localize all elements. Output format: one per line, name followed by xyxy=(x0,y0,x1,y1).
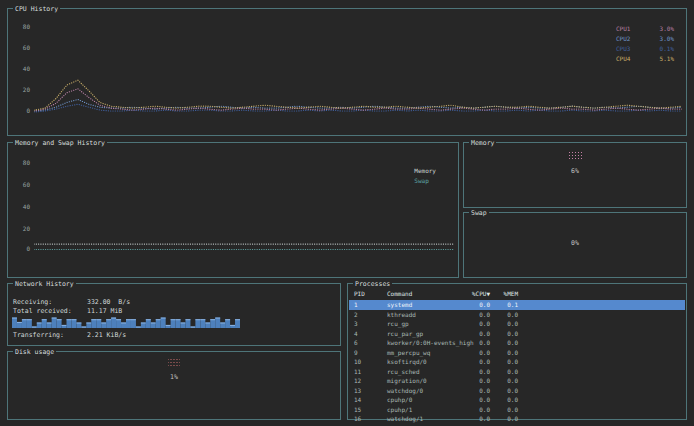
cpu-legend-value: 3.0% xyxy=(660,35,674,42)
cpu-legend-value: 5.1% xyxy=(660,55,674,62)
cpu-legend-item: CPU13.0% xyxy=(616,25,674,32)
process-mem: 0.0 xyxy=(503,357,518,367)
header-command: Command xyxy=(387,289,471,299)
swap-percent: 0% xyxy=(571,239,579,247)
process-mem: 0.0 xyxy=(503,386,518,396)
process-command: watchdog/1 xyxy=(387,414,471,424)
memswap-y-tick-0: 0 xyxy=(12,246,30,252)
cpu-legend-value: 3.0% xyxy=(660,25,674,32)
transferring-line: Transferring: 2.21 KiB/s xyxy=(13,332,126,339)
memory-swap-history-title: Memory and Swap History xyxy=(13,139,107,147)
total-received-line: Total received: 11.17 MiB xyxy=(13,308,122,315)
process-mem: 0.0 xyxy=(503,348,518,358)
process-mem: 0.0 xyxy=(503,405,518,415)
cpu-y-tick-60: 60 xyxy=(12,45,30,51)
receiving-label: Receiving: xyxy=(13,299,87,306)
process-row[interactable]: 10ksoftirqd/00.00.0 xyxy=(349,357,685,367)
process-cpu: 0.0 xyxy=(471,310,490,320)
cpu-legend: CPU13.0%CPU23.0%CPU30.1%CPU45.1% xyxy=(616,25,674,62)
process-row[interactable]: 6kworker/0:0H-events_high0.00.0 xyxy=(349,338,685,348)
cpu-legend-item: CPU30.1% xyxy=(616,45,674,52)
process-cpu: 0.0 xyxy=(471,348,490,358)
process-row[interactable]: 12migration/00.00.0 xyxy=(349,376,685,386)
process-pid: 10 xyxy=(354,357,387,367)
process-command: mm_percpu_wq xyxy=(387,348,471,358)
transferring-label: Transferring: xyxy=(13,332,87,339)
process-command: cpuhp/0 xyxy=(387,395,471,405)
memory-gauge-panel: Memory 6% xyxy=(463,142,687,208)
process-mem: 0.0 xyxy=(503,310,518,320)
process-pid: 4 xyxy=(354,329,387,339)
memory-swap-history-panel: Memory and Swap History 80 60 40 20 0 Me… xyxy=(7,142,459,278)
cpu-legend-value: 0.1% xyxy=(660,45,674,52)
process-command: rcu_par_gp xyxy=(387,329,471,339)
process-pid: 16 xyxy=(354,414,387,424)
memswap-y-tick-80: 80 xyxy=(12,160,30,166)
disk-percent: 1% xyxy=(170,373,178,381)
memory-gauge: 6% xyxy=(464,143,686,207)
process-cpu: 0.0 xyxy=(471,367,490,377)
processes-panel: Processes PID Command %CPU▼ %MEM 1system… xyxy=(347,283,687,420)
cpu-y-tick-20: 20 xyxy=(12,87,30,93)
cpu-legend-label: CPU1 xyxy=(616,25,630,32)
process-row[interactable]: 14cpuhp/00.00.0 xyxy=(349,395,685,405)
transferring-value: 2.21 KiB/s xyxy=(87,332,126,339)
header-pid: PID xyxy=(354,289,387,299)
process-command: cpuhp/1 xyxy=(387,405,471,415)
network-history-panel: Network History Receiving: 332.00 B/s To… xyxy=(7,283,341,346)
process-cpu: 0.0 xyxy=(471,395,490,405)
disk-donut-icon xyxy=(168,358,180,367)
process-cpu: 0.0 xyxy=(471,405,490,415)
memswap-y-tick-20: 20 xyxy=(12,226,30,232)
cpu-legend-label: CPU4 xyxy=(616,55,630,62)
cpu-y-tick-0: 0 xyxy=(12,108,30,114)
memory-percent: 6% xyxy=(571,167,579,175)
total-received-label: Total received: xyxy=(13,308,87,315)
process-row[interactable]: 9mm_percpu_wq0.00.0 xyxy=(349,348,685,358)
process-row[interactable]: 13watchdog/00.00.0 xyxy=(349,386,685,396)
process-pid: 2 xyxy=(354,310,387,320)
memswap-y-tick-60: 60 xyxy=(12,182,30,188)
process-pid: 1 xyxy=(354,300,387,310)
processes-title: Processes xyxy=(353,280,392,288)
memory-donut-icon xyxy=(568,151,583,160)
cpu-y-tick-40: 40 xyxy=(12,66,30,72)
process-pid: 15 xyxy=(354,405,387,415)
process-cpu: 0.0 xyxy=(471,376,490,386)
process-row[interactable]: 11rcu_sched0.00.0 xyxy=(349,367,685,377)
process-row[interactable]: 4rcu_par_gp0.00.0 xyxy=(349,329,685,339)
process-command: migration/0 xyxy=(387,376,471,386)
swap-gauge: 0% xyxy=(464,213,686,277)
process-list: 1systemd0.00.12kthreadd0.00.03rcu_gp0.00… xyxy=(349,300,685,424)
processes-header-row: PID Command %CPU▼ %MEM xyxy=(349,289,685,299)
cpu-legend-item: CPU45.1% xyxy=(616,55,674,62)
swap-legend-label: Swap xyxy=(414,177,428,184)
memory-swap-legend: Memory Swap xyxy=(414,167,436,184)
disk-usage-panel: Disk usage 1% xyxy=(7,351,341,420)
process-cpu: 0.0 xyxy=(471,357,490,367)
network-history-title: Network History xyxy=(13,280,76,288)
process-cpu: 0.0 xyxy=(471,338,490,348)
process-command: rcu_gp xyxy=(387,319,471,329)
network-sparkline-chart xyxy=(12,316,240,328)
process-mem: 0.1 xyxy=(503,300,518,310)
memory-legend-label: Memory xyxy=(414,167,436,174)
process-row[interactable]: 3rcu_gp0.00.0 xyxy=(349,319,685,329)
cpu-legend-label: CPU2 xyxy=(616,35,630,42)
swap-gauge-panel: Swap 0% xyxy=(463,212,687,278)
process-mem: 0.0 xyxy=(503,395,518,405)
process-pid: 6 xyxy=(354,338,387,348)
process-row[interactable]: 1systemd0.00.1 xyxy=(349,300,685,310)
process-mem: 0.0 xyxy=(503,376,518,386)
cpu-history-panel: CPU History 80 60 40 20 0 CPU13.0%CPU23.… xyxy=(7,8,687,136)
cpu-legend-label: CPU3 xyxy=(616,45,630,52)
process-mem: 0.0 xyxy=(503,367,518,377)
process-row[interactable]: 2kthreadd0.00.0 xyxy=(349,310,685,320)
cpu-y-tick-80: 80 xyxy=(12,24,30,30)
memswap-y-tick-40: 40 xyxy=(12,204,30,210)
process-pid: 14 xyxy=(354,395,387,405)
process-row[interactable]: 16watchdog/10.00.0 xyxy=(349,414,685,424)
receiving-line: Receiving: 332.00 B/s xyxy=(13,299,130,306)
process-mem: 0.0 xyxy=(503,319,518,329)
process-row[interactable]: 15cpuhp/10.00.0 xyxy=(349,405,685,415)
